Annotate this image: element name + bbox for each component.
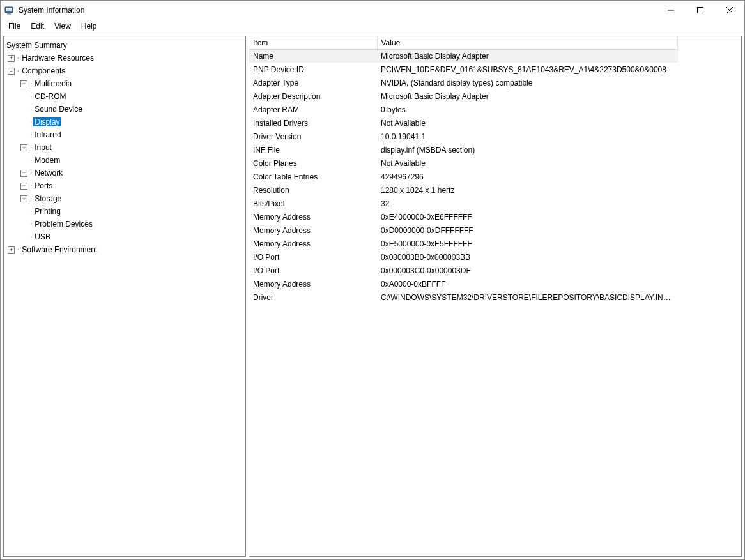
- tree-connector: ·: [29, 207, 33, 216]
- cell-value: 0xD0000000-0xDFFFFFFF: [377, 223, 678, 237]
- expand-icon[interactable]: +: [20, 183, 27, 190]
- tree-item-printing[interactable]: · Printing: [5, 205, 244, 218]
- tree-connector: ·: [29, 169, 33, 178]
- cell-item: Name: [249, 49, 377, 63]
- expand-icon[interactable]: +: [8, 55, 15, 62]
- cell-item: Resolution: [249, 183, 377, 197]
- tree-item-storage[interactable]: + · Storage: [5, 192, 244, 205]
- tree-label: Multimedia: [33, 79, 73, 88]
- tree-root-system-summary[interactable]: System Summary: [5, 39, 244, 52]
- cell-value: NVIDIA, (Standard display types) compati…: [377, 76, 678, 89]
- table-row[interactable]: Adapter RAM0 bytes: [249, 103, 678, 116]
- details-pane[interactable]: Item Value NameMicrosoft Basic Display A…: [249, 36, 742, 557]
- tree-connector: ·: [29, 194, 33, 203]
- cell-item: I/O Port: [249, 250, 377, 264]
- tree-connector: ·: [29, 232, 33, 241]
- tree-label: Sound Device: [33, 105, 84, 114]
- expand-icon[interactable]: +: [20, 195, 27, 202]
- tree-item-infrared[interactable]: · Infrared: [5, 128, 244, 141]
- tree-connector: ·: [29, 156, 33, 165]
- menu-edit[interactable]: Edit: [26, 20, 49, 32]
- tree-item-components[interactable]: − · Components: [5, 64, 244, 77]
- table-row[interactable]: Memory Address0xD0000000-0xDFFFFFFF: [249, 223, 678, 237]
- table-row[interactable]: Installed DriversNot Available: [249, 116, 678, 130]
- cell-item: Memory Address: [249, 210, 377, 223]
- cell-item: Bits/Pixel: [249, 197, 377, 210]
- expand-icon[interactable]: +: [20, 144, 27, 151]
- table-row[interactable]: Memory Address0xE4000000-0xE6FFFFFF: [249, 210, 678, 223]
- tree-item-hardware-resources[interactable]: + · Hardware Resources: [5, 52, 244, 64]
- table-row[interactable]: Color Table Entries4294967296: [249, 170, 678, 183]
- collapse-icon[interactable]: −: [8, 68, 15, 75]
- tree-connector: ·: [29, 79, 33, 88]
- tree-item-cdrom[interactable]: · CD-ROM: [5, 90, 244, 103]
- tree-label: Network: [33, 169, 64, 178]
- titlebar[interactable]: System Information: [1, 1, 744, 20]
- table-row[interactable]: Adapter DescriptionMicrosoft Basic Displ…: [249, 89, 678, 103]
- table-row[interactable]: Color PlanesNot Available: [249, 156, 678, 170]
- tree-connector: ·: [16, 245, 20, 254]
- table-row[interactable]: Driver Version10.0.19041.1: [249, 130, 678, 143]
- tree-item-input[interactable]: + · Input: [5, 141, 244, 154]
- table-row[interactable]: I/O Port0x000003B0-0x000003BB: [249, 250, 678, 264]
- tree-item-problem-devices[interactable]: · Problem Devices: [5, 218, 244, 231]
- table-row[interactable]: INF Filedisplay.inf (MSBDA section): [249, 143, 678, 156]
- cell-value: Not Available: [377, 156, 678, 170]
- menu-view[interactable]: View: [49, 20, 76, 32]
- app-icon: [4, 5, 15, 15]
- svg-rect-4: [698, 8, 703, 13]
- tree-item-usb[interactable]: · USB: [5, 231, 244, 243]
- cell-value: 0x000003B0-0x000003BB: [377, 250, 678, 264]
- cell-value: 0 bytes: [377, 103, 678, 116]
- menu-help[interactable]: Help: [76, 20, 102, 32]
- table-row[interactable]: DriverC:\WINDOWS\SYSTEM32\DRIVERSTORE\FI…: [249, 291, 678, 304]
- close-button[interactable]: [715, 1, 744, 20]
- cell-item: Driver Version: [249, 130, 377, 143]
- cell-value: Microsoft Basic Display Adapter: [377, 89, 678, 103]
- cell-value: 4294967296: [377, 170, 678, 183]
- cell-item: Color Table Entries: [249, 170, 377, 183]
- column-header-item[interactable]: Item: [249, 36, 377, 49]
- table-row[interactable]: Memory Address0xA0000-0xBFFFF: [249, 277, 678, 291]
- cell-value: PCI\VEN_10DE&DEV_0161&SUBSYS_81AE1043&RE…: [377, 63, 678, 76]
- table-row[interactable]: Adapter TypeNVIDIA, (Standard display ty…: [249, 76, 678, 89]
- tree-item-network[interactable]: + · Network: [5, 167, 244, 179]
- tree-pane[interactable]: System Summary + · Hardware Resources − …: [3, 36, 246, 557]
- cell-item: I/O Port: [249, 264, 377, 277]
- table-row[interactable]: Resolution1280 x 1024 x 1 hertz: [249, 183, 678, 197]
- tree-label: Infrared: [33, 130, 62, 139]
- table-row[interactable]: Memory Address0xE5000000-0xE5FFFFFF: [249, 237, 678, 250]
- tree-connector: ·: [29, 92, 33, 101]
- table-row[interactable]: PNP Device IDPCI\VEN_10DE&DEV_0161&SUBSY…: [249, 63, 678, 76]
- tree-label: USB: [33, 232, 52, 241]
- expand-icon[interactable]: +: [8, 246, 15, 254]
- column-header-value[interactable]: Value: [377, 36, 678, 49]
- tree-connector: ·: [29, 143, 33, 152]
- tree-item-multimedia[interactable]: + · Multimedia: [5, 77, 244, 90]
- maximize-button[interactable]: [686, 1, 715, 20]
- cell-item: Adapter Type: [249, 76, 377, 89]
- table-row[interactable]: Bits/Pixel32: [249, 197, 678, 210]
- cell-item: Memory Address: [249, 223, 377, 237]
- menu-file[interactable]: File: [3, 20, 26, 32]
- expand-icon[interactable]: +: [20, 80, 27, 87]
- minimize-button[interactable]: [656, 1, 686, 20]
- tree-label: Modem: [33, 156, 61, 165]
- tree-item-ports[interactable]: + · Ports: [5, 179, 244, 192]
- table-row[interactable]: I/O Port0x000003C0-0x000003DF: [249, 264, 678, 277]
- tree-item-modem[interactable]: · Modem: [5, 154, 244, 167]
- cell-value: Microsoft Basic Display Adapter: [377, 49, 678, 63]
- table-row[interactable]: NameMicrosoft Basic Display Adapter: [249, 49, 678, 63]
- details-table: Item Value NameMicrosoft Basic Display A…: [249, 36, 678, 304]
- cell-item: Installed Drivers: [249, 116, 377, 130]
- cell-value: 0xE5000000-0xE5FFFFFF: [377, 237, 678, 250]
- tree-label: System Summary: [5, 41, 68, 50]
- cell-value: Not Available: [377, 116, 678, 130]
- tree-item-software-environment[interactable]: + · Software Environment: [5, 243, 244, 256]
- expand-icon[interactable]: +: [20, 170, 27, 177]
- cell-item: INF File: [249, 143, 377, 156]
- cell-item: Memory Address: [249, 237, 377, 250]
- tree-item-display[interactable]: · Display: [5, 116, 244, 128]
- tree-item-sound-device[interactable]: · Sound Device: [5, 103, 244, 116]
- svg-rect-2: [7, 13, 11, 15]
